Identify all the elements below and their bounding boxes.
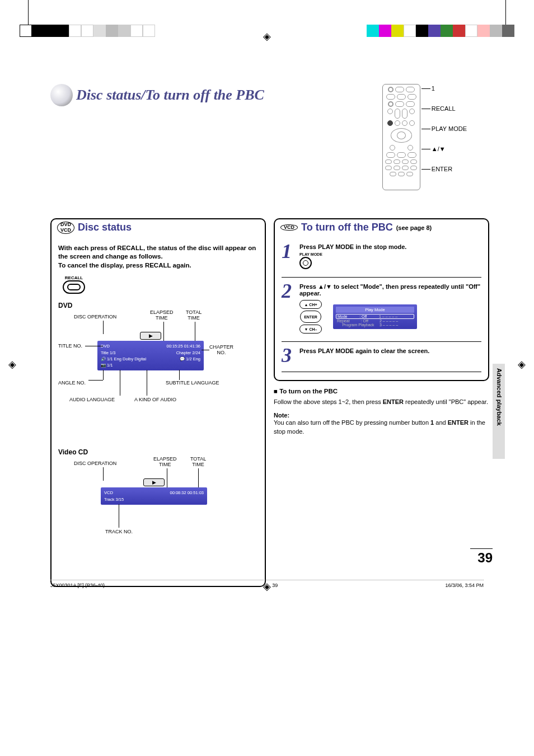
callout-disc-operation: DISC OPERATION — [74, 314, 116, 320]
dvd-heading: DVD — [58, 302, 258, 309]
recall-button-figure: RECALL — [63, 275, 258, 294]
page-number: 39 — [470, 548, 493, 566]
footer-left: J5X00301A [E] (P36-40) — [50, 583, 105, 588]
callout-elapsed: ELAPSED TIME — [150, 309, 174, 321]
play-indicator-icon: ▶ — [140, 332, 161, 340]
pbc-subtitle: (see page 8) — [396, 224, 432, 231]
callout-audio-lang: AUDIO LANGUAGE — [69, 397, 115, 402]
footer-right: 16/3/06, 3:54 PM — [445, 583, 484, 588]
play-mode-osd: Play Mode Mode: Off1 – – – – – Repeat: O… — [333, 304, 417, 329]
callout-chapter-no: CHAPTER NO. — [209, 344, 233, 355]
disc-status-title: Disc status — [78, 222, 132, 233]
turn-on-pbc-title: ■ To turn on the PBC — [274, 388, 489, 395]
vcd-badge: VCD — [280, 224, 298, 231]
step-number-1: 1 — [282, 243, 295, 269]
note-text: You can also turn off the PBC by pressin… — [274, 419, 489, 436]
footer-center: 39 — [272, 583, 278, 588]
remote-label-enter: ENTER — [432, 166, 467, 172]
callout-total: TOTAL TIME — [186, 309, 202, 321]
step-number-3: 3 — [282, 348, 295, 364]
remote-control-diagram: 1 RECALL PLAY MODE ▲/▼ ENTER — [382, 84, 467, 190]
dpad-figure: ▲▲CH+CH+ ENTER ▼CH– — [299, 300, 322, 334]
vcd-heading: Video CD — [58, 448, 258, 456]
intro-text-1: With each press of RECALL, the status of… — [58, 245, 256, 260]
intro-text-2: To cancel the display, press RECALL agai… — [58, 262, 191, 269]
callout-angle-no: ANGLE NO. — [58, 380, 86, 386]
play-mode-button-figure: PLAY MODE — [299, 252, 481, 269]
pbc-header: VCD To turn off the PBC (see page 8) — [274, 218, 489, 236]
dvd-osd-box: DVD00:15:25 01:41:36 Title 1/3Chapter 2/… — [97, 341, 204, 370]
callout-vcd-disc-op: DISC OPERATION — [74, 461, 116, 466]
dpad-enter-icon: ENTER — [300, 311, 321, 323]
remote-label-recall: RECALL — [432, 105, 467, 112]
registration-mark-bottom: ◈ — [263, 580, 271, 593]
title-ornament-icon — [50, 84, 73, 106]
callout-subtitle-lang: SUBTITLE LANGUAGE — [166, 380, 219, 386]
step1-text: Press PLAY MODE in the stop mode. — [299, 243, 406, 250]
page-title: Disc status/To turn off the PBC — [76, 87, 264, 104]
pbc-title: To turn off the PBC — [301, 222, 393, 233]
vcd-osd-box: VCD00:08:32 00:51:03 Track 3/15 — [101, 487, 207, 505]
callout-audio-kind: A KIND OF AUDIO — [134, 397, 176, 402]
remote-label-1: 1 — [432, 85, 467, 92]
play-indicator-icon-2: ▶ — [143, 478, 165, 486]
remote-label-arrows: ▲/▼ — [432, 145, 467, 152]
step3-text: Press PLAY MODE again to clear the scree… — [299, 348, 429, 354]
callout-vcd-elapsed: ELAPSED TIME — [153, 456, 177, 467]
note-label: Note: — [274, 412, 489, 419]
dpad-up-icon: ▲▲CH+CH+ — [299, 300, 322, 309]
turn-on-pbc-text: Follow the above steps 1~2, then press E… — [274, 398, 489, 406]
remote-label-playmode: PLAY MODE — [432, 125, 467, 132]
dvd-vcd-badge: DVD VCD — [57, 222, 74, 234]
disc-status-header: DVD VCD Disc status — [50, 218, 266, 236]
callout-track-no: TRACK NO. — [105, 529, 133, 534]
step-number-2: 2 — [282, 283, 295, 334]
side-tab-label: Advanced playback — [496, 368, 503, 426]
callout-title-no: TITLE NO. — [58, 343, 82, 349]
callout-vcd-total: TOTAL TIME — [190, 456, 206, 467]
dpad-down-icon: ▼CH– — [299, 325, 322, 334]
